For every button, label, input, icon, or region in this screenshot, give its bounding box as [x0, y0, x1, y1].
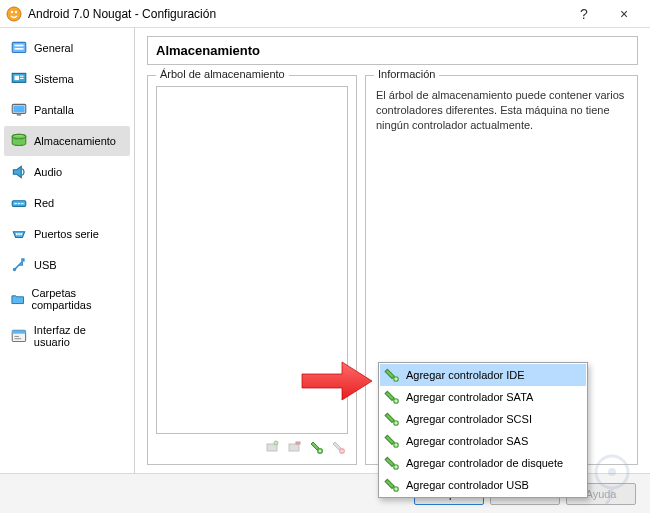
- menu-item-label: Agregar controlador SAS: [406, 435, 528, 447]
- svg-rect-27: [14, 338, 21, 339]
- menu-item-label: Agregar controlador IDE: [406, 369, 525, 381]
- svg-rect-31: [296, 442, 300, 444]
- sidebar-item-label: Pantalla: [34, 104, 74, 116]
- menu-item-label: Agregar controlador USB: [406, 479, 529, 491]
- sidebar-item-label: Interfaz de usuario: [34, 324, 124, 348]
- sidebar-item-audio[interactable]: Audio: [4, 157, 130, 187]
- svg-rect-17: [18, 203, 20, 204]
- watermark-icon: [582, 448, 642, 508]
- svg-point-2: [15, 10, 17, 12]
- controller-icon: [384, 367, 400, 383]
- sidebar-item-label: Almacenamiento: [34, 135, 116, 147]
- sidebar-item-system[interactable]: Sistema: [4, 64, 130, 94]
- svg-point-21: [20, 233, 22, 235]
- storage-tree-group: Árbol de almacenamiento: [147, 75, 357, 465]
- svg-rect-4: [15, 45, 24, 47]
- controller-icon: [384, 389, 400, 405]
- svg-point-0: [7, 7, 21, 21]
- info-group-label: Información: [374, 68, 439, 80]
- menu-item-add-ide[interactable]: Agregar controlador IDE: [380, 364, 586, 386]
- close-button[interactable]: ×: [604, 0, 644, 28]
- display-icon: [10, 101, 28, 119]
- svg-rect-18: [21, 203, 23, 204]
- svg-point-1: [11, 10, 13, 12]
- audio-icon: [10, 163, 28, 181]
- shared-folders-icon: [10, 290, 25, 308]
- svg-rect-26: [14, 336, 18, 337]
- svg-point-19: [16, 233, 18, 235]
- svg-rect-3: [12, 42, 26, 52]
- annotation-arrow: [300, 360, 375, 404]
- system-icon: [10, 70, 28, 88]
- svg-rect-11: [13, 106, 24, 113]
- controller-icon: [384, 433, 400, 449]
- menu-item-add-floppy[interactable]: Agregar controlador de disquete: [380, 452, 586, 474]
- sidebar-item-display[interactable]: Pantalla: [4, 95, 130, 125]
- sidebar: General Sistema Pantalla Almacenamiento …: [0, 28, 135, 473]
- sidebar-item-label: Puertos serie: [34, 228, 99, 240]
- sidebar-item-label: Sistema: [34, 73, 74, 85]
- ui-icon: [10, 327, 28, 345]
- svg-rect-5: [15, 48, 24, 50]
- controller-icon: [384, 411, 400, 427]
- menu-item-add-sas[interactable]: Agregar controlador SAS: [380, 430, 586, 452]
- menu-item-label: Agregar controlador SATA: [406, 391, 533, 403]
- app-icon: [6, 6, 22, 22]
- sidebar-item-label: Carpetas compartidas: [31, 287, 124, 311]
- titlebar: Android 7.0 Nougat - Configuración ? ×: [0, 0, 650, 28]
- svg-rect-30: [289, 444, 299, 451]
- add-controller-button[interactable]: [306, 438, 326, 456]
- svg-rect-23: [21, 258, 24, 261]
- sidebar-item-usb[interactable]: USB: [4, 250, 130, 280]
- menu-item-label: Agregar controlador SCSI: [406, 413, 532, 425]
- svg-rect-16: [15, 203, 17, 204]
- remove-attachment-button: [284, 438, 304, 456]
- add-controller-menu: Agregar controlador IDE Agregar controla…: [378, 362, 588, 498]
- sidebar-item-general[interactable]: General: [4, 33, 130, 63]
- network-icon: [10, 194, 28, 212]
- general-icon: [10, 39, 28, 57]
- tree-group-label: Árbol de almacenamiento: [156, 68, 289, 80]
- help-button[interactable]: ?: [564, 0, 604, 28]
- sidebar-item-label: General: [34, 42, 73, 54]
- sidebar-item-network[interactable]: Red: [4, 188, 130, 218]
- add-attachment-button: [262, 438, 282, 456]
- controller-icon: [384, 477, 400, 493]
- menu-item-label: Agregar controlador de disquete: [406, 457, 563, 469]
- svg-point-41: [608, 468, 616, 476]
- menu-item-add-scsi[interactable]: Agregar controlador SCSI: [380, 408, 586, 430]
- sidebar-item-serial[interactable]: Puertos serie: [4, 219, 130, 249]
- svg-rect-9: [20, 78, 23, 79]
- window-title: Android 7.0 Nougat - Configuración: [28, 7, 564, 21]
- svg-point-29: [274, 441, 278, 445]
- controller-icon: [384, 455, 400, 471]
- svg-rect-8: [20, 76, 23, 77]
- sidebar-item-label: Red: [34, 197, 54, 209]
- menu-item-add-usb[interactable]: Agregar controlador USB: [380, 474, 586, 496]
- page-title: Almacenamiento: [147, 36, 638, 65]
- svg-rect-7: [15, 76, 20, 81]
- sidebar-item-ui[interactable]: Interfaz de usuario: [4, 318, 130, 354]
- menu-item-add-sata[interactable]: Agregar controlador SATA: [380, 386, 586, 408]
- sidebar-item-shared-folders[interactable]: Carpetas compartidas: [4, 281, 130, 317]
- svg-point-20: [18, 233, 20, 235]
- svg-rect-12: [17, 113, 22, 115]
- tree-toolbar: [156, 434, 348, 456]
- serial-icon: [10, 225, 28, 243]
- sidebar-item-label: USB: [34, 259, 57, 271]
- sidebar-item-label: Audio: [34, 166, 62, 178]
- usb-icon: [10, 256, 28, 274]
- remove-controller-button: [328, 438, 348, 456]
- sidebar-item-storage[interactable]: Almacenamiento: [4, 126, 130, 156]
- storage-icon: [10, 132, 28, 150]
- svg-rect-25: [12, 330, 25, 333]
- info-text: El árbol de almacenamiento puede contene…: [374, 86, 629, 135]
